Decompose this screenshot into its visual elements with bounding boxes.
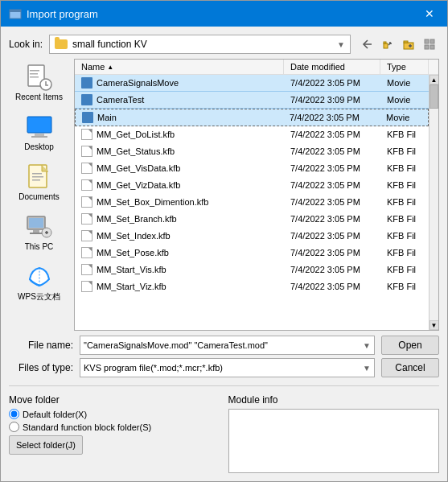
kfb-file-icon: [81, 247, 92, 258]
kfb-file-icon: [81, 230, 92, 241]
cancel-button[interactable]: Cancel: [381, 358, 439, 377]
sidebar-item-desktop[interactable]: Desktop: [9, 109, 69, 155]
file-name-text: MM_Set_Branch.kfb: [97, 214, 177, 224]
svg-rect-9: [430, 45, 434, 49]
look-in-value: small function KV: [72, 39, 332, 50]
back-button[interactable]: [357, 35, 376, 54]
file-cell-type: KFB Fil: [380, 213, 429, 225]
col-header-type[interactable]: Type: [380, 60, 429, 74]
new-folder-button[interactable]: [399, 35, 418, 54]
radio-row-default: Default folder(X): [9, 409, 220, 419]
file-name-text: MM_Set_Pose.kfb: [97, 248, 169, 257]
look-in-combo[interactable]: small function KV ▼: [49, 35, 351, 54]
file-cell-type: KFB Fil: [380, 179, 429, 191]
file-cell-date: 7/4/2022 3:05 PM: [284, 281, 380, 292]
svg-rect-7: [430, 39, 434, 43]
look-in-label: Look in:: [9, 39, 43, 50]
file-cell-name: MM_Set_Branch.kfb: [75, 212, 284, 225]
col-name-label: Name: [81, 62, 105, 72]
svg-rect-12: [30, 73, 38, 75]
scroll-up-button[interactable]: ▲: [430, 75, 439, 84]
file-name-text: MM_Get_DoList.kfb: [97, 130, 175, 139]
table-row[interactable]: MM_Start_Viz.kfb7/4/2022 3:05 PMKFB Fil: [75, 278, 429, 295]
open-button[interactable]: Open: [381, 336, 439, 355]
file-cell-type: KFB Fil: [380, 230, 429, 241]
sidebar-item-documents[interactable]: Documents: [9, 159, 69, 205]
up-button[interactable]: [378, 35, 397, 54]
main-content: Recent Items Desktop: [9, 59, 439, 331]
wps-label: WPS云文档: [18, 292, 60, 302]
filetype-input-combo[interactable]: ▼: [80, 358, 375, 377]
title-bar: Import program ✕: [1, 1, 447, 27]
svg-rect-21: [32, 179, 40, 181]
desktop-label: Desktop: [24, 142, 54, 152]
radio-default-label: Default folder(X): [23, 410, 87, 419]
sidebar-item-recent[interactable]: Recent Items: [9, 59, 69, 105]
dialog-body: Look in: small function KV ▼: [1, 27, 447, 481]
file-cell-date: 7/4/2022 3:05 PM: [284, 230, 380, 241]
file-cell-name: CameraSignalsMove: [75, 76, 284, 89]
movie-file-icon: [81, 94, 92, 105]
dialog-icon: [9, 7, 22, 20]
file-cell-type: Movie: [380, 77, 429, 89]
filename-input-combo[interactable]: ▼: [80, 336, 375, 355]
movie-file-icon: [81, 77, 92, 89]
col-header-date[interactable]: Date modified: [284, 60, 380, 74]
file-cell-type: KFB Fil: [380, 264, 429, 275]
table-row[interactable]: MM_Set_Box_Dimention.kfb7/4/2022 3:05 PM…: [75, 194, 429, 211]
sidebar-item-wps[interactable]: WPS云文档: [9, 258, 69, 305]
file-name-text: CameraTest: [97, 95, 144, 105]
file-cell-name: MM_Get_DoList.kfb: [75, 128, 284, 141]
file-name-text: MM_Start_Vis.kfb: [97, 265, 166, 274]
table-row[interactable]: MM_Get_VizData.kfb7/4/2022 3:05 PMKFB Fi…: [75, 177, 429, 194]
col-type-label: Type: [387, 62, 406, 72]
table-row[interactable]: MM_Start_Vis.kfb7/4/2022 3:05 PMKFB Fil: [75, 262, 429, 278]
filename-input[interactable]: [84, 340, 360, 350]
table-row[interactable]: MM_Set_Pose.kfb7/4/2022 3:05 PMKFB Fil: [75, 245, 429, 262]
file-cell-date: 7/4/2022 3:05 PM: [284, 146, 380, 157]
title-bar-left: Import program: [9, 7, 98, 20]
table-row[interactable]: MM_Get_VisData.kfb7/4/2022 3:05 PMKFB Fi…: [75, 160, 429, 177]
scroll-down-button[interactable]: ▼: [430, 320, 439, 330]
radio-standard[interactable]: [9, 422, 19, 432]
file-list: CameraSignalsMove7/4/2022 3:05 PMMovieCa…: [75, 75, 429, 330]
file-name-text: Main: [97, 113, 117, 122]
view-button[interactable]: [420, 35, 439, 54]
file-cell-name: CameraTest: [75, 93, 284, 106]
filetype-row: Files of type: ▼ Cancel: [9, 358, 439, 377]
file-cell-date: 7/4/2022 3:05 PM: [284, 264, 380, 275]
file-cell-name: MM_Set_Pose.kfb: [75, 246, 284, 259]
table-row[interactable]: MM_Set_Branch.kfb7/4/2022 3:05 PMKFB Fil: [75, 211, 429, 228]
thispc-label: This PC: [25, 242, 54, 252]
filename-label: File name:: [9, 340, 73, 351]
wps-icon: [25, 262, 54, 290]
svg-rect-16: [35, 134, 44, 136]
toolbar-icons: [357, 35, 439, 54]
sidebar-item-thispc[interactable]: This PC: [9, 208, 69, 255]
file-name-text: MM_Start_Viz.kfb: [97, 282, 166, 291]
file-cell-date: 7/4/2022 3:05 PM: [284, 196, 380, 208]
col-header-name[interactable]: Name ▲: [75, 60, 284, 74]
table-row[interactable]: MM_Get_DoList.kfb7/4/2022 3:05 PMKFB Fil: [75, 126, 429, 143]
table-row[interactable]: CameraTest7/4/2022 3:09 PMMovie: [75, 92, 429, 109]
close-button[interactable]: ✕: [420, 4, 439, 23]
module-info-section: Module info: [228, 394, 440, 473]
select-folder-button[interactable]: Select folder(J): [9, 435, 83, 455]
scrollbar-vertical[interactable]: ▲ ▼: [429, 75, 438, 330]
svg-rect-17: [31, 136, 47, 138]
svg-rect-1: [10, 10, 21, 12]
kfb-file-icon: [81, 129, 92, 140]
folder-icon: [55, 39, 68, 49]
table-row[interactable]: Main7/4/2022 3:05 PMMovie: [75, 109, 429, 126]
table-row[interactable]: MM_Set_Index.kfb7/4/2022 3:05 PMKFB Fil: [75, 228, 429, 245]
file-cell-type: KFB Fil: [380, 196, 429, 208]
svg-rect-2: [384, 43, 388, 48]
file-name-text: MM_Get_VisData.kfb: [97, 163, 180, 173]
filetype-input[interactable]: [84, 363, 360, 373]
table-row[interactable]: MM_Get_Status.kfb7/4/2022 3:05 PMKFB Fil: [75, 143, 429, 160]
scroll-thumb[interactable]: [430, 84, 438, 109]
radio-default[interactable]: [9, 409, 19, 419]
table-row[interactable]: CameraSignalsMove7/4/2022 3:05 PMMovie: [75, 75, 429, 92]
documents-icon: [25, 162, 54, 191]
file-cell-type: KFB Fil: [380, 247, 429, 258]
